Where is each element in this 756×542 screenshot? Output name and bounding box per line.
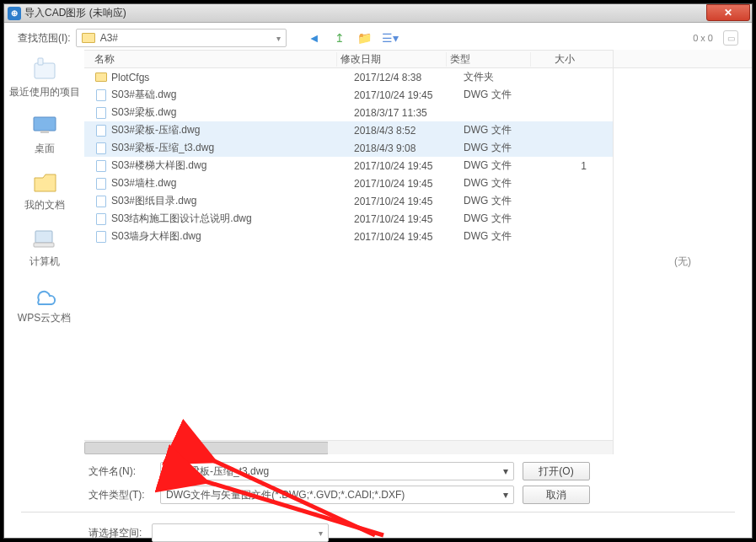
file-type: DWG 文件: [464, 88, 548, 102]
col-size[interactable]: 大小: [531, 52, 582, 67]
computer-icon: [28, 224, 62, 253]
coord-label: 0 x 0: [693, 33, 713, 43]
filename-combo[interactable]: S03#梁板-压缩_t3.dwg ▾: [160, 462, 514, 480]
table-row[interactable]: S03#楼梯大样图.dwg2017/10/24 19:45DWG 文件1: [84, 157, 613, 174]
file-type: 文件夹: [464, 70, 548, 84]
folder-icon: [94, 72, 108, 83]
file-icon: [94, 196, 108, 207]
chevron-down-icon: ▾: [503, 465, 508, 477]
sidebar: 最近使用的项目 桌面 我的文档 计算机 WPS云文档: [4, 50, 84, 454]
file-date: 2017/10/24 19:45: [354, 160, 464, 172]
file-icon: [94, 231, 108, 243]
file-name: S03结构施工图设计总说明.dwg: [111, 212, 354, 226]
table-row[interactable]: S03结构施工图设计总说明.dwg2017/10/24 19:45DWG 文件: [84, 210, 613, 228]
sidebar-item-label: WPS云文档: [18, 311, 71, 325]
svg-rect-5: [34, 243, 54, 247]
folder-icon: [82, 33, 95, 43]
window-title: 导入CAD图形 (未响应): [24, 6, 126, 20]
desktop-icon: [28, 111, 62, 140]
table-row[interactable]: PlotCfgs2017/12/4 8:38文件夹: [84, 68, 613, 86]
file-date: 2017/10/24 19:45: [354, 213, 464, 225]
filename-label: 文件名(N):: [88, 464, 152, 479]
file-date: 2017/10/24 19:45: [354, 196, 464, 207]
docs-icon: [28, 168, 62, 196]
maximize-icon[interactable]: ▭: [723, 30, 738, 46]
preview-text: (无): [674, 255, 691, 269]
file-type: DWG 文件: [464, 123, 548, 137]
chevron-down-icon: ▾: [503, 489, 508, 501]
lookin-label: 查找范围(I):: [18, 31, 71, 46]
preview-pane: (无): [613, 50, 752, 454]
col-date[interactable]: 修改日期: [337, 52, 447, 67]
file-type: DWG 文件: [464, 229, 548, 244]
file-icon: [94, 125, 108, 137]
table-row[interactable]: S03墙身大样图.dwg2017/10/24 19:45DWG 文件: [84, 228, 613, 245]
filetype-label: 文件类型(T):: [88, 488, 152, 502]
file-icon: [94, 142, 108, 154]
file-name: S03#墙柱.dwg: [111, 176, 354, 191]
file-date: 2017/12/4 8:38: [354, 72, 464, 83]
sidebar-item-label: 计算机: [29, 255, 60, 269]
file-name: S03#基础.dwg: [111, 88, 354, 102]
cancel-button[interactable]: 取消: [523, 486, 590, 504]
file-size: 1: [548, 160, 592, 172]
file-name: S03#楼梯大样图.dwg: [111, 158, 354, 173]
newfolder-icon[interactable]: 📁: [357, 30, 373, 46]
app-icon: ⊕: [8, 7, 21, 20]
horizontal-scrollbar[interactable]: [84, 440, 613, 454]
file-type: DWG 文件: [464, 176, 548, 191]
file-type: DWG 文件: [464, 212, 548, 226]
filetype-value: DWG文件与矢量图文件(*.DWG;*.GVD;*.CADI;*.DXF): [166, 488, 405, 502]
space-label: 请选择空间:: [88, 526, 143, 540]
table-row[interactable]: S03#图纸目录.dwg2017/10/24 19:45DWG 文件: [84, 192, 613, 210]
toolbar: 查找范围(I): A3# ▾ ◄ ↥ 📁 ☰▾ 0 x 0 ▭: [4, 23, 752, 50]
file-name: S03#图纸目录.dwg: [111, 194, 354, 208]
table-row[interactable]: S03#基础.dwg2017/10/24 19:45DWG 文件: [84, 86, 613, 104]
file-name: S03#梁板-压缩.dwg: [111, 123, 354, 137]
file-type: DWG 文件: [464, 141, 548, 155]
file-name: S03#梁板.dwg: [111, 105, 354, 120]
lookin-value: A3#: [100, 32, 118, 44]
open-button[interactable]: 打开(O): [523, 462, 590, 480]
sidebar-item-computer[interactable]: 计算机: [28, 224, 62, 269]
file-date: 2017/10/24 19:45: [354, 89, 464, 101]
file-icon: [94, 160, 108, 172]
sidebar-item-label: 桌面: [35, 142, 55, 156]
file-type: DWG 文件: [464, 194, 548, 208]
col-type[interactable]: 类型: [447, 52, 531, 67]
sidebar-item-recent[interactable]: 最近使用的项目: [9, 55, 80, 99]
file-date: 2018/4/3 8:52: [354, 125, 464, 137]
file-name: PlotCfgs: [111, 72, 354, 83]
column-headers: 名称 修改日期 类型 大小: [84, 50, 613, 68]
viewmenu-icon[interactable]: ☰▾: [383, 30, 398, 46]
table-row[interactable]: S03#梁板.dwg2018/3/17 11:35: [84, 104, 613, 121]
table-row[interactable]: S03#梁板-压缩_t3.dwg2018/4/3 9:08DWG 文件: [84, 139, 613, 157]
file-icon: [94, 178, 108, 190]
file-name: S03#梁板-压缩_t3.dwg: [111, 141, 354, 155]
filetype-combo[interactable]: DWG文件与矢量图文件(*.DWG;*.GVD;*.CADI;*.DXF) ▾: [160, 486, 514, 504]
svg-rect-1: [38, 58, 43, 65]
file-icon: [94, 89, 108, 101]
table-row[interactable]: S03#墙柱.dwg2017/10/24 19:45DWG 文件: [84, 174, 613, 192]
sidebar-item-desktop[interactable]: 桌面: [28, 111, 62, 156]
recent-icon: [28, 55, 62, 83]
up-icon[interactable]: ↥: [332, 30, 347, 46]
svg-rect-3: [40, 131, 49, 133]
file-date: 2017/10/24 19:45: [354, 178, 464, 190]
sidebar-item-label: 我的文档: [24, 198, 65, 212]
file-date: 2018/3/17 11:35: [354, 107, 464, 119]
sidebar-item-label: 最近使用的项目: [9, 85, 80, 99]
svg-rect-2: [34, 117, 56, 131]
col-name[interactable]: 名称: [84, 52, 337, 67]
sidebar-item-docs[interactable]: 我的文档: [24, 168, 65, 212]
sidebar-item-wps[interactable]: WPS云文档: [18, 281, 71, 325]
table-row[interactable]: S03#梁板-压缩.dwg2018/4/3 8:52DWG 文件: [84, 121, 613, 139]
chevron-down-icon: ▾: [319, 529, 323, 538]
chevron-down-icon: ▾: [276, 34, 281, 43]
lookin-combo[interactable]: A3# ▾: [76, 29, 287, 47]
close-button[interactable]: ✕: [706, 4, 750, 21]
space-combo[interactable]: ▾: [152, 523, 329, 542]
title-bar: ⊕ 导入CAD图形 (未响应) ✕: [4, 4, 752, 23]
svg-rect-0: [35, 63, 55, 78]
back-icon[interactable]: ◄: [307, 30, 322, 46]
